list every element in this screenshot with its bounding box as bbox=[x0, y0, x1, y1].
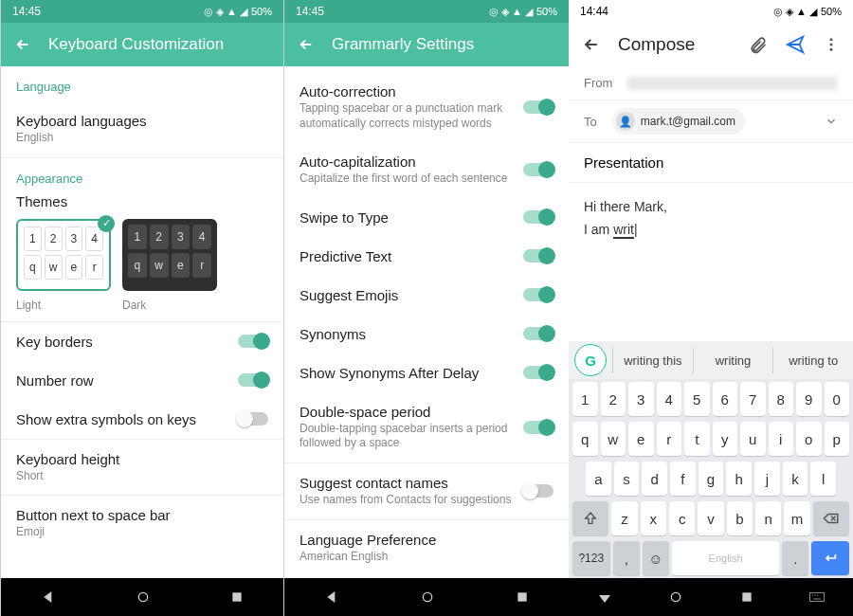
nav-recent-icon[interactable] bbox=[230, 590, 244, 604]
key-j[interactable]: j bbox=[754, 462, 780, 496]
toggle-auto-capitalization[interactable] bbox=[523, 163, 554, 176]
row-auto-capitalization[interactable]: Auto-capitalizationCapitalize the first … bbox=[284, 142, 569, 198]
key-w[interactable]: w bbox=[601, 422, 626, 456]
key-e[interactable]: e bbox=[628, 422, 654, 456]
row-button-next-space[interactable]: Button next to space bar Emoji bbox=[1, 496, 283, 552]
key-k[interactable]: k bbox=[783, 462, 808, 496]
toggle-synonyms[interactable] bbox=[523, 327, 554, 340]
theme-dark[interactable]: 1234 qwer bbox=[122, 219, 217, 291]
key-b[interactable]: b bbox=[727, 501, 753, 535]
key-g[interactable]: g bbox=[699, 462, 724, 496]
key-n[interactable]: n bbox=[755, 501, 781, 535]
row-double-space[interactable]: Double-space periodDouble-tapping spaceb… bbox=[284, 392, 569, 462]
nav-back-icon[interactable] bbox=[41, 589, 56, 605]
toggle-synonyms-delay[interactable] bbox=[523, 366, 554, 379]
key-3[interactable]: 3 bbox=[628, 382, 654, 416]
key-y[interactable]: y bbox=[713, 422, 738, 456]
key-r[interactable]: r bbox=[657, 422, 682, 456]
key-enter[interactable] bbox=[811, 541, 849, 575]
suggestion-2[interactable]: writing bbox=[693, 348, 773, 373]
toggle-number-row[interactable] bbox=[238, 373, 268, 387]
row-suggest-emojis[interactable]: Suggest Emojis bbox=[284, 276, 569, 315]
key-6[interactable]: 6 bbox=[713, 382, 738, 416]
more-icon[interactable] bbox=[823, 36, 840, 53]
back-icon[interactable] bbox=[14, 36, 31, 53]
recipient-chip[interactable]: 👤 mark.t@gmail.com bbox=[612, 108, 745, 135]
key-space[interactable]: English bbox=[672, 541, 779, 575]
back-icon[interactable] bbox=[582, 35, 601, 54]
nav-home-icon[interactable] bbox=[136, 589, 151, 605]
row-keyboard-languages[interactable]: Keyboard languages English bbox=[1, 101, 283, 157]
key-d[interactable]: d bbox=[642, 462, 667, 496]
toggle-suggest-emojis[interactable] bbox=[523, 288, 554, 301]
back-icon[interactable] bbox=[298, 36, 315, 53]
toggle-key-borders[interactable] bbox=[238, 335, 268, 348]
toggle-double-space[interactable] bbox=[523, 421, 554, 434]
key-shift[interactable] bbox=[572, 501, 608, 535]
key-9[interactable]: 9 bbox=[796, 382, 822, 416]
toggle-swipe-type[interactable] bbox=[523, 210, 554, 224]
row-number-row[interactable]: Number row bbox=[1, 361, 283, 400]
key-emoji[interactable]: ☺ bbox=[643, 541, 669, 575]
key-h[interactable]: h bbox=[726, 462, 752, 496]
row-language-preference[interactable]: Language Preference American English bbox=[284, 520, 569, 576]
key-1[interactable]: 1 bbox=[572, 382, 598, 416]
key-z[interactable]: z bbox=[611, 501, 637, 535]
subject-field[interactable]: Presentation bbox=[569, 143, 853, 183]
nav-home-icon[interactable] bbox=[668, 589, 683, 605]
key-a[interactable]: a bbox=[586, 462, 611, 496]
key-period[interactable]: . bbox=[782, 541, 808, 575]
row-contact-names[interactable]: Suggest contact namesUse names from Cont… bbox=[284, 463, 569, 519]
row-extra-symbols[interactable]: Show extra symbols on keys bbox=[1, 400, 283, 439]
key-i[interactable]: i bbox=[769, 422, 794, 456]
nav-keyboard-icon[interactable] bbox=[809, 591, 825, 603]
key-m[interactable]: m bbox=[784, 501, 809, 535]
nav-back-icon[interactable] bbox=[597, 589, 612, 605]
toggle-auto-correction[interactable] bbox=[523, 100, 554, 114]
nav-recent-icon[interactable] bbox=[740, 590, 753, 604]
key-2[interactable]: 2 bbox=[601, 382, 626, 416]
row-keyboard-height[interactable]: Keyboard height Short bbox=[1, 440, 283, 496]
send-icon[interactable] bbox=[785, 34, 806, 55]
key-q[interactable]: q bbox=[572, 422, 598, 456]
key-0[interactable]: 0 bbox=[825, 382, 850, 416]
from-row[interactable]: From bbox=[569, 66, 853, 100]
row-synonyms[interactable]: Synonyms bbox=[284, 315, 569, 353]
key-numtoggle[interactable]: ?123 bbox=[572, 541, 610, 575]
row-synonyms-delay[interactable]: Show Synonyms After Delay bbox=[284, 353, 569, 392]
to-row[interactable]: To 👤 mark.t@gmail.com bbox=[569, 100, 853, 143]
key-x[interactable]: x bbox=[641, 501, 666, 535]
toggle-predictive-text[interactable] bbox=[523, 249, 554, 263]
key-5[interactable]: 5 bbox=[684, 382, 710, 416]
key-v[interactable]: v bbox=[698, 501, 723, 535]
suggestion-3[interactable]: writing to bbox=[772, 348, 853, 373]
key-backspace[interactable] bbox=[813, 501, 849, 535]
key-u[interactable]: u bbox=[740, 422, 766, 456]
key-8[interactable]: 8 bbox=[769, 382, 794, 416]
nav-recent-icon[interactable] bbox=[516, 590, 529, 604]
key-7[interactable]: 7 bbox=[740, 382, 766, 416]
attach-icon[interactable] bbox=[749, 35, 768, 54]
key-p[interactable]: p bbox=[825, 422, 850, 456]
grammarly-icon[interactable]: G bbox=[574, 344, 607, 376]
key-comma[interactable]: , bbox=[613, 541, 640, 575]
suggestion-1[interactable]: writing this bbox=[612, 348, 693, 373]
row-key-borders[interactable]: Key borders bbox=[1, 322, 283, 361]
body-field[interactable]: Hi there Mark, I am writ| bbox=[569, 183, 853, 255]
key-s[interactable]: s bbox=[614, 462, 640, 496]
key-o[interactable]: o bbox=[796, 422, 822, 456]
key-t[interactable]: t bbox=[684, 422, 710, 456]
key-c[interactable]: c bbox=[669, 501, 695, 535]
key-4[interactable]: 4 bbox=[657, 382, 682, 416]
row-auto-correction[interactable]: Auto-correctionTapping spacebar or a pun… bbox=[284, 72, 569, 142]
row-swipe-type[interactable]: Swipe to Type bbox=[284, 198, 569, 237]
row-predictive-text[interactable]: Predictive Text bbox=[284, 237, 569, 276]
nav-back-icon[interactable] bbox=[324, 589, 339, 605]
nav-home-icon[interactable] bbox=[420, 589, 435, 605]
chevron-down-icon[interactable] bbox=[825, 115, 838, 128]
key-l[interactable]: l bbox=[810, 462, 836, 496]
toggle-contact-names[interactable] bbox=[523, 484, 554, 498]
theme-light[interactable]: ✓ 1234 qwer bbox=[16, 219, 111, 291]
toggle-extra-symbols[interactable] bbox=[238, 412, 268, 426]
key-f[interactable]: f bbox=[670, 462, 696, 496]
